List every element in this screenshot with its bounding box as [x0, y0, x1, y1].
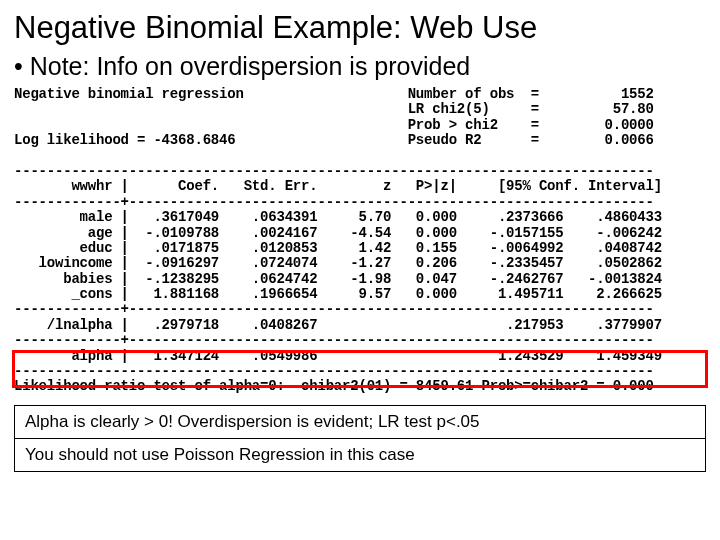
- annotation-line-2: You should not use Poisson Regression in…: [15, 438, 705, 471]
- stata-output: Negative binomial regression Number of o…: [14, 87, 706, 395]
- bullet-note: Note: Info on overdispersion is provided: [14, 52, 706, 81]
- slide-title: Negative Binomial Example: Web Use: [14, 10, 706, 46]
- stata-text: Negative binomial regression Number of o…: [14, 87, 706, 395]
- annotation-box: Alpha is clearly > 0! Overdispersion is …: [14, 405, 706, 472]
- annotation-line-1: Alpha is clearly > 0! Overdispersion is …: [15, 406, 705, 438]
